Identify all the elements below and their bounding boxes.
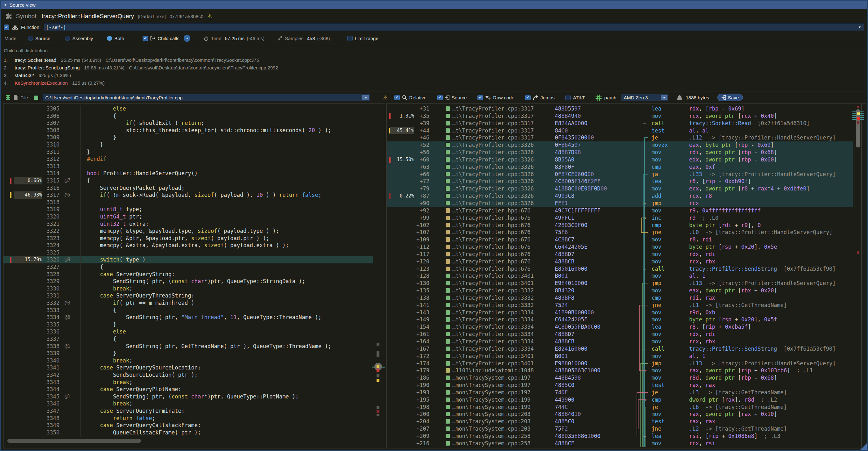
source-line[interactable]: 3341 case ServerQuerySourceLocation: — [3, 364, 373, 371]
asm-row[interactable]: +107…t\TracyProfiler.hpp:67675F6jne.L0 -… — [387, 229, 853, 236]
asm-row[interactable]: +186…mon\TracySystem.cpp:197448B4598movr… — [387, 374, 853, 382]
source-line[interactable]: 3346 break; — [3, 400, 373, 408]
asm-row[interactable]: +130…t\TracyProfiler.cpp:3401E9E4010000j… — [387, 280, 853, 287]
asm-row[interactable]: +172…t\TracyProfiler.cpp:3401B001moval, … — [387, 353, 853, 360]
asm-row[interactable]: +164…t\TracyProfiler.cpp:3334488BCBmovrc… — [387, 338, 853, 345]
source-line[interactable]: 0.66%3315@7{ — [3, 177, 373, 184]
resize-grip[interactable] — [860, 443, 867, 450]
save-button[interactable]: Save — [717, 94, 743, 101]
source-line[interactable]: 3334@6 SendString( ptr, "Main thread", 1… — [3, 314, 373, 321]
source-line[interactable]: 3327 { — [3, 263, 373, 271]
source-line[interactable]: 3308 std::this_thread::sleep_for( std::c… — [3, 127, 373, 134]
source-line[interactable]: 3349 case ServerQueryCallstackFrame: — [3, 422, 373, 429]
source-line[interactable]: 3350 QueueCallstackFrame( ptr ); — [3, 429, 373, 437]
asm-row[interactable]: +46…t\TracyProfiler.cpp:33170F8435020000… — [387, 134, 853, 142]
source-line[interactable]: 3316 ServerQueryPacket payload; — [3, 184, 373, 192]
asm-row[interactable]: 1.31%+35…t\TracyProfiler.cpp:3317488B494… — [387, 113, 853, 120]
asm-row[interactable]: +149…t\TracyProfiler.cpp:3334C64424205Fm… — [387, 316, 853, 323]
title-bar[interactable]: ▼ Source view — [1, 1, 867, 9]
source-line[interactable]: 3309 } — [3, 134, 373, 141]
source-line[interactable]: 3330 break; — [3, 285, 373, 292]
asm-row[interactable]: +56…t\TracyProfiler.cpp:3326488B7D98movr… — [387, 149, 853, 156]
asm-row[interactable]: +135…t\TracyProfiler.cpp:33328B4320movea… — [387, 287, 853, 294]
asm-row[interactable]: +141…t\TracyProfiler.cpp:33327524jne.L1 … — [387, 302, 853, 309]
source-line[interactable]: 3336 else — [3, 328, 373, 335]
asm-row[interactable]: +209…mon\TracySystem.cpp:258488D35E88610… — [387, 432, 853, 440]
source-line[interactable]: 3347 case ServerQueryTerminate: — [3, 408, 373, 415]
asm-row[interactable]: +63…t\TracyProfiler.cpp:332683F80Fcmpeax… — [387, 163, 853, 171]
child-call-row[interactable]: 1.tracy::Socket::Read25.25 ms (54.89%)C:… — [4, 56, 259, 64]
asm-row[interactable]: +161…t\TracyProfiler.cpp:3334488BD7movrd… — [387, 331, 853, 338]
source-line[interactable]: 3332@3 if( ptr == m_mainThread ) — [3, 299, 373, 307]
asm-row[interactable]: +193…mon\TracySystem.cpp:197740Eje.L3 ->… — [387, 389, 853, 396]
file-combo[interactable]: C:\Users\wolf\Desktop\darkrl\contrib\tra… — [42, 94, 370, 101]
asm-row[interactable]: +200…mon\TracySystem.cpp:203488B4010movr… — [387, 411, 853, 418]
source-line[interactable]: 3322 memcpy( &type, &payload.type, sizeo… — [3, 228, 373, 235]
asm-row[interactable]: +167…t\TracyProfiler.cpp:3334E824160000←… — [387, 345, 853, 353]
asm-row[interactable]: +109…t\TracyProfiler.hpp:6764C8BC7movr8,… — [387, 236, 853, 243]
asm-row[interactable]: +92…t\TracyProfiler.hpp:67649C7C1FFFFFFF… — [387, 207, 853, 214]
child-call-row[interactable]: 3.stat64i32625 µs (1.36%) — [4, 71, 71, 79]
source-line[interactable]: 3319 uint8_t type; — [3, 206, 373, 213]
asm-row[interactable]: +123…t\TracyProfiler.hpp:676E850160000←c… — [387, 265, 853, 273]
child-calls-checkbox[interactable]: ✔ Child calls — [143, 36, 179, 41]
source-line[interactable]: 3345@1 SendString( ptr, (const char*)ptr… — [3, 393, 373, 400]
collapse-triangle-icon[interactable]: ▼ — [4, 3, 7, 7]
source-line[interactable]: 3335 } — [3, 321, 373, 328]
asm-row[interactable]: +128…t\TracyProfiler.cpp:3401B001moval, … — [387, 272, 853, 280]
source-line[interactable]: 3307 if( shouldExit ) return; — [3, 119, 373, 127]
asm-row[interactable]: +216…mon\TracySystem.cpp:258488BCEmovrcx… — [387, 440, 853, 447]
function-checkbox[interactable]: ✔ — [4, 25, 9, 30]
source-line[interactable]: 15.79%3326@9 switch( type ) — [3, 256, 373, 263]
asm-row[interactable]: +179…1103\include\atomic:1048488B05B63C1… — [387, 367, 853, 374]
source-line[interactable]: 3342 SendSourceLocation( ptr ); — [3, 371, 373, 379]
source-line[interactable]: 3311} — [3, 148, 373, 156]
asm-row[interactable]: +207…mon\TracySystem.cpp:20375F2jne.L2 -… — [387, 425, 853, 432]
source-line[interactable]: 3338@1 SendString( ptr, GetThreadName( p… — [3, 343, 373, 350]
asm-row[interactable]: +138…t\TracyProfiler.cpp:3332483BF8cmprd… — [387, 294, 853, 302]
child-call-row[interactable]: 4.KeSynchronizeExecution125 µs (0.27%) — [4, 79, 105, 87]
asm-row[interactable]: +90…t\TracyProfiler.cpp:3326FFE1←jmprcx — [387, 200, 853, 207]
source-line[interactable]: 3321 uint32_t extra; — [3, 220, 373, 228]
mode-radio-source[interactable]: Source — [28, 36, 51, 41]
source-line[interactable]: 3344 case ServerQueryPlotName: — [3, 386, 373, 393]
asm-row[interactable]: +31…t\TracyProfiler.cpp:3317488D5597lear… — [387, 105, 853, 113]
source-line[interactable]: 3340 break; — [3, 357, 373, 364]
toolbar-check-source[interactable]: ✔Source — [437, 95, 467, 100]
asm-row[interactable]: +117…t\TracyProfiler.hpp:676488BD7movrdx… — [387, 251, 853, 258]
asm-row[interactable]: +112…t\TracyProfiler.hpp:676C64424205Emo… — [387, 243, 853, 251]
source-scrollbar[interactable] — [374, 103, 385, 437]
child-call-row[interactable]: 2.tracy::Profiler::SendLongString19.88 m… — [4, 64, 278, 71]
source-line[interactable]: 3328 case ServerQueryString: — [3, 271, 373, 278]
source-line[interactable]: 3331 case ServerQueryThreadString: — [3, 292, 373, 299]
source-line[interactable]: 3323 memcpy( &ptr, &payload.ptr, sizeof(… — [3, 235, 373, 242]
mode-radio-both[interactable]: Both — [107, 36, 124, 41]
asm-row[interactable]: +154…t\TracyProfiler.cpp:33344C8D055FBA0… — [387, 323, 853, 331]
asm-row[interactable]: +99…t\TracyProfiler.hpp:67649FFC1→incr9 … — [387, 214, 853, 222]
source-line[interactable]: 3325 — [3, 249, 373, 257]
toolbar-check-relative[interactable]: ✔Relative — [394, 95, 427, 100]
source-line[interactable]: 3312#endif — [3, 155, 373, 163]
asm-row[interactable]: 45.41%+44…t\TracyProfiler.cpp:331784C0te… — [387, 127, 853, 134]
source-line[interactable]: 3310 } — [3, 141, 373, 148]
toolbar-check-at-t[interactable]: AT&T — [565, 95, 585, 100]
asm-row[interactable]: +102…t\TracyProfiler.hpp:67642803C0F00cm… — [387, 222, 853, 229]
asm-row[interactable]: +72…t\TracyProfiler.cpp:33264C8D05F146F2… — [387, 178, 853, 185]
asm-row[interactable]: +190…mon\TracySystem.cpp:1974885C0testra… — [387, 382, 853, 389]
asm-row[interactable]: +79…t\TracyProfiler.cpp:3326418B8C80E0BF… — [387, 185, 853, 192]
source-line[interactable]: 3313 — [3, 163, 373, 170]
asm-row[interactable]: +198…mon\TracySystem.cpp:199744Cje.L6 ->… — [387, 403, 853, 411]
function-combo[interactable]: [ - self - ] ▼ — [44, 23, 864, 31]
source-line[interactable]: 3339 } — [3, 350, 373, 357]
march-combo[interactable]: AMD Zen 3 ▼ — [621, 94, 669, 101]
source-line[interactable]: 3305 else — [3, 105, 373, 113]
asm-row[interactable]: +174…t\TracyProfiler.cpp:3401E9B8010000j… — [387, 360, 853, 367]
asm-row[interactable]: 15.50%+60…t\TracyProfiler.cpp:33268B55A0… — [387, 156, 853, 163]
source-hscrollbar[interactable] — [5, 438, 373, 444]
hscroll-thumb[interactable] — [7, 439, 141, 443]
source-line[interactable]: 3337 { — [3, 335, 373, 343]
asm-row[interactable]: 0.22%+87…t\TracyProfiler.cpp:33264903C8a… — [387, 192, 853, 200]
asm-row[interactable]: +66…t\TracyProfiler.cpp:33260F87CE060000… — [387, 171, 853, 178]
source-line[interactable]: 3314bool Profiler::HandleServerQuery() — [3, 170, 373, 177]
source-line[interactable]: 3320 uint64_t ptr; — [3, 213, 373, 220]
